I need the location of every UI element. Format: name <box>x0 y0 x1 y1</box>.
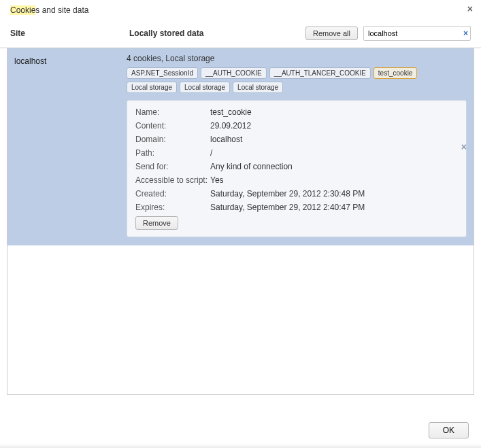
remove-cookie-button[interactable]: Remove <box>135 216 178 230</box>
cookie-chip[interactable]: ASP.NET_SessionId <box>127 67 198 79</box>
ok-button[interactable]: OK <box>429 422 469 438</box>
column-header-site: Site <box>10 29 129 38</box>
detail-value: / <box>210 148 458 158</box>
detail-label: Accessible to script: <box>135 175 210 185</box>
toolbar: Site Locally stored data Remove all × <box>0 22 481 48</box>
cookie-chip-list: ASP.NET_SessionId__AUTH_COOKIE__AUTH_TLA… <box>127 67 467 93</box>
detail-row: Name:test_cookie <box>135 107 458 117</box>
detail-value: Yes <box>210 175 458 185</box>
cookie-chip[interactable]: test_cookie <box>374 67 418 79</box>
detail-value: test_cookie <box>210 107 458 117</box>
search-clear-icon[interactable]: × <box>463 29 468 37</box>
row-close-icon[interactable]: × <box>461 141 467 152</box>
search-wrap: × <box>363 26 471 41</box>
detail-label: Domain: <box>135 135 210 144</box>
detail-label: Send for: <box>135 162 210 171</box>
cookie-chip[interactable]: __AUTH_COOKIE <box>201 67 267 79</box>
detail-label: Path: <box>135 148 210 158</box>
site-list: localhost 4 cookies, Local storage ASP.N… <box>7 48 474 395</box>
cookie-chip[interactable]: Local storage <box>127 82 177 93</box>
detail-row: Accessible to script:Yes <box>135 175 458 185</box>
dialog-title: Cookies and site data <box>10 5 88 15</box>
detail-label: Created: <box>135 189 210 199</box>
detail-label: Name: <box>135 107 210 117</box>
site-summary: 4 cookies, Local storage <box>127 54 467 63</box>
detail-label: Expires: <box>135 203 210 212</box>
detail-value: 29.09.2012 <box>210 121 458 131</box>
detail-value: Saturday, September 29, 2012 2:40:47 PM <box>210 203 458 212</box>
shadow-decoration <box>0 444 481 448</box>
detail-value: localhost <box>210 135 458 144</box>
dialog-header: Cookies and site data × <box>0 0 481 22</box>
site-name: localhost <box>14 54 127 237</box>
detail-row: Path:/ <box>135 148 458 158</box>
cookie-chip[interactable]: __AUTH_TLANCER_COOKIE <box>269 67 371 79</box>
detail-row: Send for:Any kind of connection <box>135 162 458 171</box>
search-input[interactable] <box>363 26 471 41</box>
detail-row: Content:29.09.2012 <box>135 121 458 131</box>
column-header-data: Locally stored data <box>129 29 305 38</box>
title-suffix: s and site data <box>35 5 88 15</box>
dialog-footer: OK <box>429 422 469 438</box>
detail-row: Created:Saturday, September 29, 2012 2:3… <box>135 189 458 199</box>
title-highlight: Cookie <box>10 5 35 15</box>
site-row[interactable]: localhost 4 cookies, Local storage ASP.N… <box>7 48 474 245</box>
close-icon[interactable]: × <box>467 4 473 14</box>
cookie-detail-panel: Name:test_cookieContent:29.09.2012Domain… <box>127 100 467 237</box>
detail-value: Saturday, September 29, 2012 2:30:48 PM <box>210 189 458 199</box>
detail-label: Content: <box>135 121 210 131</box>
cookie-chip[interactable]: Local storage <box>233 82 283 93</box>
site-content: 4 cookies, Local storage ASP.NET_Session… <box>127 54 467 237</box>
cookie-chip[interactable]: Local storage <box>180 82 230 93</box>
detail-value: Any kind of connection <box>210 162 458 171</box>
detail-row: Expires:Saturday, September 29, 2012 2:4… <box>135 203 458 212</box>
detail-row: Domain:localhost <box>135 135 458 144</box>
remove-all-button[interactable]: Remove all <box>305 27 358 40</box>
